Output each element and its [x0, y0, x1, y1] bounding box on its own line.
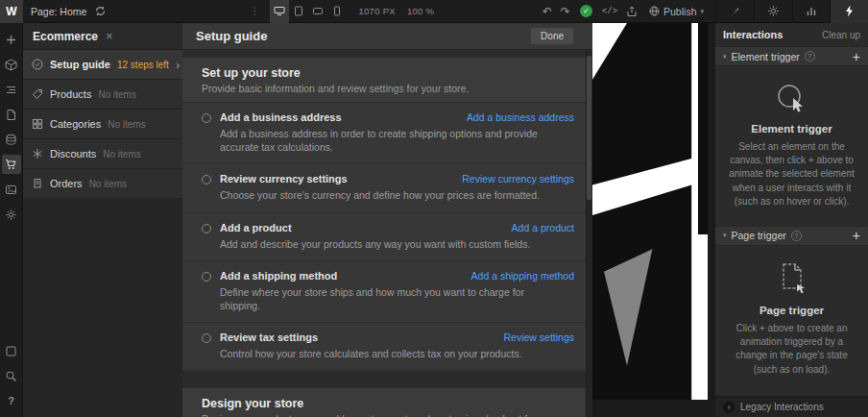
preview-toggle-icon[interactable]	[95, 6, 106, 16]
section-subheading: Provide basic information and review set…	[202, 83, 567, 94]
task-action-link[interactable]: Add a business address	[457, 111, 574, 123]
add-page-trigger-button[interactable]: +	[853, 229, 860, 242]
task-description: Define where your store ships and how mu…	[220, 285, 554, 312]
caret-down-icon: ▾	[723, 232, 727, 239]
settings-panel-toggle-icon[interactable]	[754, 0, 792, 23]
task-radio[interactable]	[202, 113, 211, 123]
item-label: Categories	[50, 118, 101, 130]
top-bar: W Page: Home ⋮ 1070 PX 100 % ↶ ↷ ✓ </> P…	[0, 0, 868, 23]
sidebar-item-categories[interactable]: Categories No items	[23, 110, 182, 139]
canvas-black-column	[698, 23, 708, 234]
task-radio[interactable]	[202, 333, 211, 343]
page-trigger-icon	[729, 261, 855, 296]
breakpoint-tablet-icon[interactable]	[289, 0, 308, 23]
undo-icon[interactable]: ↶	[542, 6, 552, 17]
close-icon[interactable]: ×	[106, 29, 113, 43]
element-trigger-description: Select an element on the canvas, then cl…	[729, 140, 855, 208]
done-button[interactable]: Done	[531, 28, 573, 44]
help-icon[interactable]: ?	[791, 231, 802, 241]
breakpoint-mobile-landscape-icon[interactable]	[308, 0, 327, 23]
section-subheading: Design your product pages, add a custom …	[202, 413, 567, 417]
navigator-icon[interactable]	[2, 80, 21, 99]
page-trigger-title: Page trigger	[729, 305, 855, 316]
share-icon[interactable]	[626, 6, 638, 17]
legacy-interactions-button[interactable]: Legacy Interactions	[715, 396, 868, 417]
element-trigger-title: Element trigger	[729, 123, 855, 135]
task-description: Control how your store calculates and co…	[220, 347, 554, 360]
panel-title: Interactions	[723, 29, 783, 40]
page-trigger-section-header[interactable]: ▾ Page trigger ? +	[715, 226, 868, 246]
pages-icon[interactable]	[2, 105, 21, 124]
section-header-design-store: Design your store Design your product pa…	[182, 388, 586, 417]
element-trigger-header-label: Element trigger	[732, 51, 800, 62]
item-count: No items	[108, 119, 145, 130]
legacy-interactions-label: Legacy Interactions	[740, 402, 824, 412]
grid-icon	[32, 118, 43, 130]
setup-guide-scroll-area: Set up your store Provide basic informat…	[182, 50, 592, 417]
panel-toggles	[715, 0, 868, 23]
redo-icon[interactable]: ↷	[561, 6, 570, 17]
canvas-page[interactable]	[592, 23, 708, 400]
task-radio[interactable]	[202, 224, 211, 233]
add-elements-icon[interactable]	[2, 30, 21, 49]
main-scrollbar-thumb[interactable]	[587, 56, 591, 200]
assets-icon[interactable]	[2, 180, 21, 199]
design-canvas-area	[592, 23, 715, 417]
help-icon[interactable]: ?	[2, 391, 21, 410]
left-toolbar: ?	[0, 23, 23, 417]
sidebar-item-discounts[interactable]: Discounts No items	[23, 139, 182, 169]
clean-up-button[interactable]: Clean up	[822, 30, 860, 40]
task-radio[interactable]	[202, 272, 211, 282]
item-count: No items	[98, 89, 135, 100]
chevron-down-icon: ▾	[700, 8, 704, 15]
item-label: Setup guide	[50, 59, 110, 70]
interactions-panel-toggle-icon[interactable]	[830, 0, 868, 23]
item-count: No items	[103, 149, 140, 159]
breakpoint-mobile-portrait-icon[interactable]	[327, 0, 347, 23]
steps-left-badge: 12 steps left	[117, 60, 169, 70]
task-row-add-product: Add a product Add a product Add and desc…	[182, 213, 586, 261]
zoom-icon[interactable]	[2, 366, 21, 385]
help-icon[interactable]: ?	[805, 51, 815, 61]
export-code-icon[interactable]: </>	[602, 7, 617, 16]
components-icon[interactable]	[2, 341, 21, 360]
symbols-icon[interactable]	[2, 55, 21, 74]
canvas-width-value[interactable]: 1070 PX	[358, 6, 396, 16]
task-action-link[interactable]: Review currency settings	[452, 173, 574, 184]
style-manager-toggle-icon[interactable]	[792, 0, 831, 23]
element-trigger-body: Element trigger Select an element on the…	[715, 66, 868, 226]
more-menu-icon[interactable]: ⋮	[250, 6, 260, 16]
chevron-right-icon: ›	[176, 59, 180, 71]
zoom-level-value[interactable]: 100 %	[407, 6, 434, 16]
main-scrollbar-track[interactable]	[586, 50, 592, 417]
task-action-link[interactable]: Review settings	[494, 331, 574, 343]
sidebar-item-products[interactable]: Products No items	[23, 80, 182, 110]
breakpoint-desktop-icon[interactable]	[270, 0, 289, 23]
ecommerce-icon[interactable]	[2, 155, 21, 174]
discount-icon	[32, 148, 43, 159]
cms-collections-icon[interactable]	[2, 130, 21, 149]
sidebar-item-orders[interactable]: Orders No items	[23, 169, 182, 199]
tag-icon	[32, 88, 43, 100]
sidebar-item-setup-guide[interactable]: Setup guide 12 steps left ›	[23, 50, 182, 80]
task-action-link[interactable]: Add a product	[502, 222, 574, 233]
section-gap	[182, 371, 586, 388]
section-header-setup-store: Set up your store Provide basic informat…	[182, 58, 586, 103]
site-settings-icon[interactable]	[2, 205, 21, 224]
task-description: Add a business address in order to creat…	[220, 127, 554, 154]
style-panel-toggle-icon[interactable]	[716, 0, 754, 23]
globe-icon	[649, 6, 660, 16]
webflow-logo[interactable]: W	[0, 0, 23, 23]
item-label: Discounts	[50, 148, 96, 159]
item-label: Products	[50, 88, 91, 100]
task-action-link[interactable]: Add a shipping method	[462, 270, 574, 282]
element-trigger-section-header[interactable]: ▾ Element trigger ? +	[715, 46, 868, 66]
publish-button[interactable]: Publish ▾	[649, 6, 704, 17]
task-title: Add a business address	[220, 111, 342, 123]
task-radio[interactable]	[202, 175, 211, 184]
task-title: Review tax settings	[220, 331, 318, 343]
page-selector[interactable]: Page: Home	[31, 6, 86, 17]
breakpoint-switcher	[270, 0, 347, 23]
page-title: Setup guide	[196, 29, 267, 43]
add-element-trigger-button[interactable]: +	[853, 50, 860, 63]
